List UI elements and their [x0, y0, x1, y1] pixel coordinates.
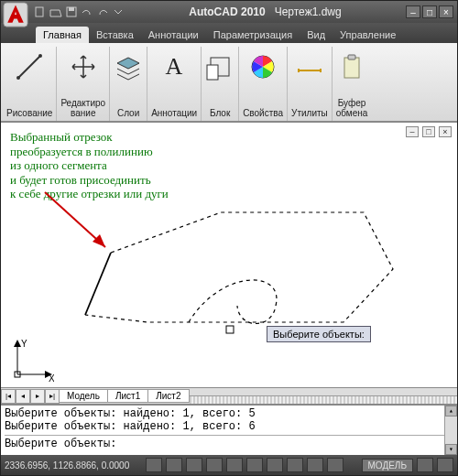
- panel-block[interactable]: Блок: [202, 47, 239, 121]
- ducs-toggle[interactable]: [267, 458, 283, 472]
- scroll-up-icon[interactable]: ▴: [445, 406, 457, 416]
- color-wheel-icon: [248, 52, 278, 81]
- window-title: AutoCAD 2010 Чертеж1.dwg: [130, 5, 400, 18]
- open-icon[interactable]: [49, 5, 62, 18]
- svg-text:X: X: [49, 373, 54, 384]
- panel-clipboard[interactable]: Буфер обмена: [333, 47, 372, 121]
- tab-manage[interactable]: Управление: [333, 27, 403, 43]
- panel-label: Аннотации: [151, 107, 197, 121]
- svg-point-4: [16, 76, 20, 80]
- tab-sheet2[interactable]: Лист2: [147, 389, 189, 403]
- block-icon: [205, 52, 234, 81]
- ucs-icon: Y X: [8, 338, 54, 384]
- new-icon[interactable]: [34, 5, 47, 18]
- command-line[interactable]: Выберите объекты: найдено: 1, всего: 5 В…: [1, 404, 457, 455]
- svg-rect-11: [348, 55, 355, 60]
- undo-icon[interactable]: [81, 5, 93, 18]
- text-icon: A: [159, 52, 189, 81]
- otrack-toggle[interactable]: [246, 458, 263, 472]
- close-button[interactable]: ×: [439, 5, 453, 18]
- tab-sheet1[interactable]: Лист1: [107, 389, 148, 403]
- coordinates-readout: 2336.6956, 1126.8866, 0.0000: [5, 460, 142, 471]
- qp-toggle[interactable]: [327, 458, 344, 472]
- panel-modify[interactable]: Редактиро вание: [57, 47, 110, 121]
- panel-label: Слои: [117, 107, 139, 121]
- command-prompt-tooltip: Выберите объекты:: [267, 326, 371, 342]
- titlebar: AutoCAD 2010 Чертеж1.dwg – □ ×: [1, 1, 457, 23]
- tab-model[interactable]: Модель: [59, 389, 108, 403]
- svg-text:A: A: [166, 53, 183, 80]
- maximize-button[interactable]: □: [422, 5, 437, 18]
- tab-insert[interactable]: Вставка: [89, 27, 141, 43]
- status-extra-2[interactable]: [437, 458, 453, 472]
- tab-nav-first-icon[interactable]: |◂: [1, 389, 16, 404]
- svg-rect-10: [344, 58, 359, 78]
- clipboard-icon: [337, 52, 366, 81]
- snap-toggle[interactable]: [146, 458, 162, 472]
- layout-tabs: |◂ ◂ ▸ ▸| Модель Лист1 Лист2: [1, 387, 457, 404]
- cmd-history-line: Выберите объекты: найдено: 1, всего: 5: [5, 407, 453, 420]
- svg-point-5: [38, 54, 42, 58]
- svg-rect-14: [226, 326, 234, 333]
- ribbon-tabs: Главная Вставка Аннотации Параметризация…: [1, 23, 457, 43]
- panel-layers[interactable]: Слои: [110, 47, 147, 121]
- panel-annotation[interactable]: A Аннотации: [147, 47, 202, 121]
- cmd-history-line: Выберите объекты: найдено: 1, всего: 6: [5, 420, 453, 433]
- layers-icon: [114, 52, 143, 81]
- grid-toggle[interactable]: [166, 458, 182, 472]
- panel-label: Утилиты: [291, 107, 328, 121]
- ortho-toggle[interactable]: [186, 458, 202, 472]
- panel-utilities[interactable]: Утилиты: [288, 47, 333, 121]
- svg-text:Y: Y: [21, 339, 27, 349]
- scroll-down-icon[interactable]: ▾: [445, 444, 457, 455]
- svg-marker-16: [14, 340, 21, 347]
- tab-view[interactable]: Вид: [300, 27, 333, 43]
- status-extra-1[interactable]: [417, 458, 433, 472]
- tab-nav-next-icon[interactable]: ▸: [30, 389, 45, 404]
- svg-rect-8: [207, 65, 218, 80]
- autocad-logo-icon: [3, 2, 28, 27]
- tab-nav-prev-icon[interactable]: ◂: [16, 389, 30, 404]
- drawing-area[interactable]: – □ × Выбранный отрезок преобразуется в …: [1, 122, 457, 404]
- panel-properties[interactable]: Свойства: [239, 47, 288, 121]
- polar-toggle[interactable]: [206, 458, 223, 472]
- tab-annotate[interactable]: Аннотации: [141, 27, 206, 43]
- line-icon: [15, 52, 44, 81]
- osnap-toggle[interactable]: [226, 458, 243, 472]
- panel-label: Редактиро вание: [60, 97, 105, 121]
- tab-parametric[interactable]: Параметризация: [206, 27, 300, 43]
- move-icon: [69, 52, 98, 81]
- viewport-close-icon[interactable]: ×: [439, 126, 452, 137]
- quick-access-toolbar: [34, 5, 125, 18]
- lwt-toggle[interactable]: [307, 458, 323, 472]
- tab-nav-last-icon[interactable]: ▸|: [45, 389, 60, 404]
- tab-home[interactable]: Главная: [36, 27, 89, 43]
- qat-dropdown-icon[interactable]: [112, 5, 125, 18]
- panel-label: Рисование: [6, 107, 52, 121]
- cmd-input-line[interactable]: Выберите объекты:: [5, 438, 453, 450]
- measure-icon: [295, 52, 324, 81]
- dyn-toggle[interactable]: [287, 458, 303, 472]
- redo-icon[interactable]: [96, 5, 109, 18]
- drawing-content: [1, 123, 441, 361]
- ribbon: Рисование Редактиро вание Слои A Аннотац…: [1, 43, 457, 122]
- svg-rect-3: [69, 7, 74, 11]
- status-bar: 2336.6956, 1126.8866, 0.0000 МОДЕЛЬ: [1, 455, 457, 475]
- svg-rect-1: [36, 7, 43, 16]
- panel-label: Блок: [210, 107, 230, 121]
- save-icon[interactable]: [65, 5, 78, 18]
- cmd-scrollbar[interactable]: ▴ ▾: [444, 406, 457, 455]
- status-model-button[interactable]: МОДЕЛЬ: [362, 459, 413, 472]
- panel-label: Буфер обмена: [336, 97, 368, 121]
- panel-draw[interactable]: Рисование: [3, 47, 57, 121]
- panel-label: Свойства: [243, 107, 283, 121]
- minimize-button[interactable]: –: [406, 5, 420, 18]
